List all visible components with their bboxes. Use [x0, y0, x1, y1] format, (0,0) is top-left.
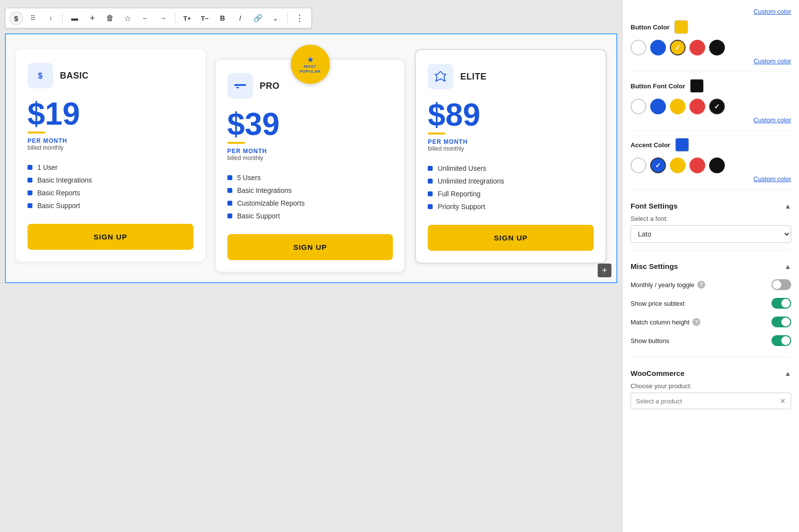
font-settings-section[interactable]: Font Settings ▲ — [631, 197, 791, 215]
woocommerce-section[interactable]: WooCommerce ▲ — [631, 364, 791, 382]
font-color-yellow[interactable] — [670, 99, 686, 114]
font-color-red[interactable] — [689, 99, 705, 114]
accent-color-swatch[interactable] — [675, 138, 689, 152]
price-per-month-elite: PER MONTH — [428, 138, 594, 145]
plan-header-basic: $ BASIC — [28, 63, 193, 88]
monthly-yearly-help-icon[interactable]: ? — [697, 281, 705, 289]
bullet-icon — [227, 188, 232, 193]
button-color-blue[interactable] — [650, 40, 666, 55]
monthly-yearly-toggle[interactable] — [771, 279, 791, 290]
misc-settings-section[interactable]: Misc Settings ▲ — [631, 257, 791, 275]
list-item: Basic Support — [227, 210, 393, 222]
font-color-blue[interactable] — [650, 99, 666, 114]
divider-5 — [631, 357, 791, 357]
arrow-right-button[interactable]: → — [155, 10, 171, 26]
divider-3 — [631, 189, 791, 190]
settings-sidebar: Custom color Button Color Custom color B… — [622, 0, 799, 532]
price-underline-pro — [227, 142, 245, 144]
delete-block-button[interactable]: 🗑 — [102, 10, 118, 26]
font-settings-chevron-icon: ▲ — [784, 202, 791, 210]
woocommerce-title: WooCommerce — [631, 369, 685, 377]
add-block-button[interactable]: + — [84, 10, 100, 26]
text-size-down-button[interactable]: T− — [197, 10, 213, 26]
accent-color-blue[interactable] — [650, 158, 666, 173]
sign-up-button-elite[interactable]: SIGN UP — [428, 225, 594, 251]
price-underline-elite — [428, 133, 445, 134]
misc-settings-chevron-icon: ▲ — [784, 263, 791, 270]
drag-handle[interactable]: ⠿ — [25, 10, 41, 26]
button-color-white[interactable] — [631, 40, 646, 55]
button-color-red[interactable] — [689, 40, 705, 55]
block-type-icon: $ — [9, 11, 23, 25]
accent-color-red[interactable] — [689, 158, 705, 173]
divider-2 — [631, 131, 791, 131]
bullet-icon — [428, 166, 433, 171]
sign-up-button-basic[interactable]: SIGN UP — [28, 224, 193, 250]
button-font-color-row — [631, 99, 791, 114]
plan-name-pro: PRO — [260, 81, 280, 91]
price-underline-basic — [28, 132, 45, 133]
bullet-icon — [428, 191, 433, 196]
button-color-black[interactable] — [709, 40, 725, 55]
sign-up-button-pro[interactable]: SIGN UP — [227, 234, 393, 260]
font-select[interactable]: Lato — [631, 225, 791, 243]
bold-button[interactable]: B — [215, 10, 230, 26]
show-price-subtext-label: Show price subtext — [631, 300, 685, 307]
list-item: 5 Users — [227, 171, 393, 184]
plan-price-basic: $19 — [28, 98, 193, 130]
show-price-subtext-toggle[interactable] — [771, 298, 791, 309]
bullet-icon — [227, 213, 232, 218]
button-color-swatch[interactable] — [674, 20, 688, 34]
custom-color-link-accent[interactable]: Custom color — [631, 175, 791, 183]
move-up-down-button[interactable]: ↕ — [43, 10, 58, 26]
show-price-subtext-row: Show price subtext — [631, 294, 791, 313]
match-column-height-help-icon[interactable]: ? — [692, 318, 700, 326]
font-settings-title: Font Settings — [631, 202, 678, 210]
plan-price-pro: $39 — [227, 108, 393, 140]
block-settings-button[interactable]: ▬ — [67, 10, 83, 26]
bullet-icon — [227, 175, 232, 180]
monthly-yearly-label: Monthly / yearly toggle ? — [631, 281, 705, 289]
button-font-color-swatch[interactable] — [690, 79, 704, 93]
custom-color-link-top[interactable]: Custom color — [631, 8, 791, 15]
button-color-yellow[interactable] — [670, 40, 686, 55]
text-size-up-button[interactable]: T+ — [179, 10, 195, 26]
plan-icon-basic: $ — [28, 63, 53, 88]
bookmark-button[interactable]: ☆ — [120, 10, 136, 26]
plan-icon-pro — [227, 73, 253, 99]
font-color-white[interactable] — [631, 99, 646, 114]
match-column-height-row: Match column height ? — [631, 313, 791, 331]
font-color-black[interactable] — [709, 99, 725, 114]
list-item: Customizable Reports — [227, 197, 393, 210]
features-list-pro: 5 Users Basic Integrations Customizable … — [227, 171, 393, 222]
custom-color-link-button[interactable]: Custom color — [631, 57, 791, 65]
custom-color-link-font[interactable]: Custom color — [631, 116, 791, 124]
plan-name-basic: BASIC — [60, 71, 89, 81]
choose-product-label: Choose your product: — [631, 382, 791, 390]
monthly-yearly-toggle-row: Monthly / yearly toggle ? — [631, 275, 791, 294]
bullet-icon — [28, 190, 32, 195]
price-billed-elite: billed monthly — [428, 145, 594, 152]
italic-button[interactable]: I — [232, 10, 248, 26]
accent-color-white[interactable] — [631, 158, 646, 173]
button-color-row — [631, 40, 791, 55]
link-button[interactable]: 🔗 — [250, 10, 266, 26]
add-block-button[interactable]: + — [598, 264, 611, 277]
list-item: Priority Support — [428, 200, 594, 213]
product-select-input[interactable] — [636, 398, 780, 405]
more-options-button[interactable]: ⋮ — [292, 10, 307, 26]
price-billed-basic: billed monthly — [28, 144, 193, 151]
match-column-height-toggle[interactable] — [771, 317, 791, 327]
expand-button[interactable]: ⌄ — [268, 10, 283, 26]
editor-area: $ ⠿ ↕ ▬ + 🗑 ☆ ← → T+ T− B I 🔗 ⌄ ⋮ $ — [0, 0, 622, 532]
accent-color-yellow[interactable] — [670, 158, 686, 173]
clear-product-icon[interactable]: ✕ — [780, 397, 786, 405]
list-item: Basic Integrations — [227, 184, 393, 197]
svg-marker-5 — [436, 72, 446, 81]
accent-color-label: Accent Color — [631, 141, 670, 149]
bullet-icon — [428, 204, 433, 209]
accent-color-black[interactable] — [709, 158, 725, 173]
arrow-left-button[interactable]: ← — [138, 10, 153, 26]
list-item: Basic Support — [28, 199, 193, 212]
show-buttons-toggle[interactable] — [771, 335, 791, 346]
